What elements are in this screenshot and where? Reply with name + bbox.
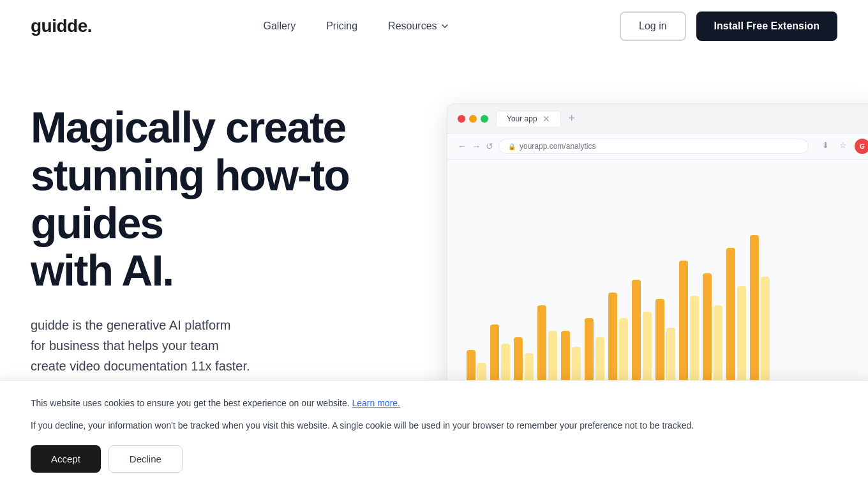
chart	[467, 197, 861, 388]
pricing-link[interactable]: Pricing	[326, 20, 357, 31]
browser-chart-area	[447, 160, 868, 401]
gallery-link[interactable]: Gallery	[263, 20, 296, 31]
chart-bar-group	[608, 293, 628, 388]
chart-bar-secondary	[761, 277, 770, 388]
hero-title-line2: stunning how-to guides	[31, 151, 349, 247]
chart-bar-primary	[726, 248, 735, 388]
browser-addressbar: ← → ↺ 🔒 yourapp.com/analytics ⬇ ☆ G	[447, 133, 868, 160]
cookie-text1: This website uses cookies to ensure you …	[31, 396, 837, 410]
browser-dots	[458, 115, 488, 123]
browser-tab[interactable]: Your app ✕	[496, 111, 561, 126]
browser-actions: ⬇ ☆ G	[819, 139, 868, 154]
forward-icon[interactable]: →	[472, 141, 481, 151]
chart-bar-group	[726, 248, 746, 388]
browser-mockup: Your app ✕ + ← → ↺ 🔒 yourapp.com/analyti…	[447, 103, 868, 410]
back-icon[interactable]: ←	[458, 141, 467, 151]
chart-bar-secondary	[643, 312, 652, 388]
chart-bar-primary	[703, 273, 712, 388]
download-icon[interactable]: ⬇	[819, 139, 832, 151]
install-extension-button[interactable]: Install Free Extension	[696, 11, 837, 41]
learn-more-link[interactable]: Learn more.	[352, 398, 400, 408]
chart-bar-primary	[490, 324, 499, 388]
user-avatar[interactable]: G	[855, 139, 868, 154]
refresh-icon[interactable]: ↺	[486, 141, 493, 151]
hero-title-line1: Magically create	[31, 103, 345, 151]
chart-bar-secondary	[714, 305, 722, 388]
lock-icon: 🔒	[508, 143, 516, 150]
bookmark-icon[interactable]: ☆	[837, 139, 849, 151]
nav-actions: Log in Install Free Extension	[620, 11, 837, 41]
logo[interactable]: guidde.	[31, 16, 92, 36]
tab-close-icon[interactable]: ✕	[542, 114, 550, 124]
url-text: yourapp.com/analytics	[520, 142, 595, 151]
chart-bar-secondary	[690, 296, 699, 388]
nav-links: Gallery Pricing Resources	[263, 20, 448, 32]
chart-bar-group	[537, 305, 557, 388]
chart-bar-primary	[585, 318, 594, 388]
nav-item-pricing[interactable]: Pricing	[326, 20, 357, 32]
tab-label: Your app	[507, 114, 537, 123]
logo-text: guidde.	[31, 16, 92, 36]
navbar: guidde. Gallery Pricing Resources Log in…	[0, 0, 868, 52]
chart-bar-primary	[608, 293, 617, 388]
login-button[interactable]: Log in	[620, 11, 686, 41]
hero-title-line2-text: stunning how-to guides	[31, 151, 349, 247]
nav-item-gallery[interactable]: Gallery	[263, 20, 296, 32]
hero-title: Magically create stunning how-to guides …	[31, 103, 439, 294]
url-bar[interactable]: 🔒 yourapp.com/analytics	[498, 139, 809, 154]
new-tab-icon[interactable]: +	[569, 112, 576, 125]
chart-bar-secondary	[737, 286, 746, 388]
chart-bar-group	[655, 299, 675, 388]
chart-bar-group	[750, 235, 770, 388]
chart-bar-secondary	[619, 318, 628, 388]
chart-bar-primary	[655, 299, 664, 388]
browser-titlebar: Your app ✕ +	[447, 104, 868, 133]
close-dot[interactable]	[458, 115, 465, 123]
chart-bar-primary	[750, 235, 759, 388]
resources-label: Resources	[388, 20, 437, 32]
chart-bar-group	[679, 261, 699, 388]
hero-title-line3: with AI.	[31, 246, 173, 294]
browser-window: Your app ✕ + ← → ↺ 🔒 yourapp.com/analyti…	[447, 103, 868, 410]
minimize-dot[interactable]	[469, 115, 477, 123]
accept-button[interactable]: Accept	[31, 445, 101, 473]
nav-item-resources[interactable]: Resources	[388, 20, 448, 32]
decline-button[interactable]: Decline	[108, 445, 183, 473]
cookie-banner: This website uses cookies to ensure you …	[0, 380, 868, 488]
chevron-down-icon	[441, 22, 449, 30]
chart-bar-group	[703, 273, 722, 388]
highlight-text: how-to guides	[31, 151, 349, 247]
chart-bar-primary	[632, 280, 641, 388]
chart-bar-group	[585, 318, 604, 388]
chart-bar-group	[632, 280, 652, 388]
cookie-buttons: Accept Decline	[31, 445, 837, 473]
cookie-text2: If you decline, your information won't b…	[31, 418, 837, 432]
chart-bar-group	[490, 324, 510, 388]
chart-bar-secondary	[666, 328, 675, 388]
maximize-dot[interactable]	[481, 115, 488, 123]
chart-bar-primary	[679, 261, 688, 388]
resources-link[interactable]: Resources	[388, 20, 448, 32]
hero-subtitle: guidde is the generative AI platform for…	[31, 315, 363, 376]
chart-bar-primary	[537, 305, 546, 388]
